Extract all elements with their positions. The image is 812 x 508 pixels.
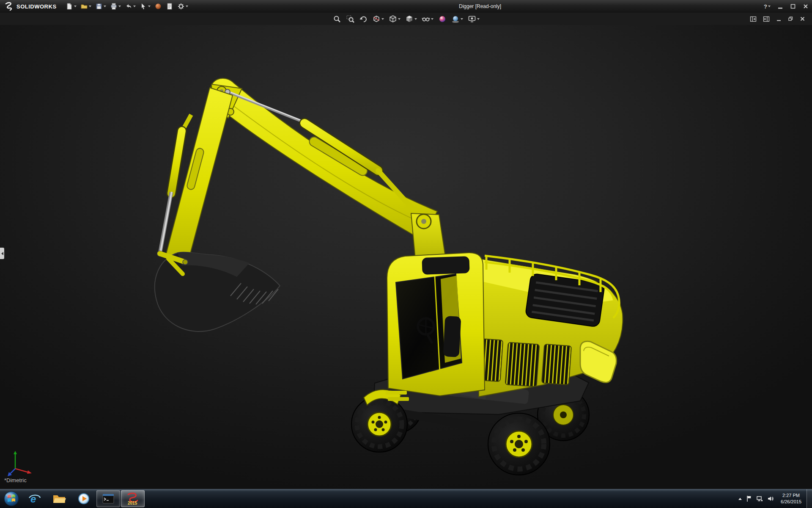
edit-appearance-viewport-button[interactable] bbox=[437, 14, 447, 24]
app-name: SOLIDWORKS bbox=[16, 3, 57, 10]
cab[interactable] bbox=[387, 253, 485, 396]
expand-task-pane-button[interactable] bbox=[762, 14, 771, 24]
options-gear-icon bbox=[177, 3, 185, 10]
taskbar-internet-explorer[interactable]: e bbox=[23, 490, 47, 507]
model-excavator[interactable] bbox=[0, 25, 812, 489]
expand-feature-pane-button[interactable] bbox=[749, 14, 757, 24]
clock-time: 2:27 PM bbox=[782, 493, 800, 498]
taskbar-media-player[interactable] bbox=[72, 490, 96, 507]
apply-scene-button[interactable] bbox=[450, 14, 464, 24]
display-style-icon bbox=[405, 15, 414, 23]
open-icon bbox=[80, 3, 88, 10]
solidworks-taskbar-icon: 2015 bbox=[126, 491, 140, 506]
taskbar-windows-explorer[interactable] bbox=[47, 490, 71, 507]
doc-close-button[interactable] bbox=[799, 14, 806, 24]
boom-arm[interactable] bbox=[210, 78, 437, 240]
undo-button[interactable] bbox=[123, 1, 137, 11]
zoom-to-fit-button[interactable] bbox=[332, 14, 342, 24]
media-player-icon bbox=[77, 492, 90, 505]
zoom-to-fit-icon bbox=[333, 15, 341, 23]
edit-appearance-button[interactable] bbox=[153, 1, 163, 11]
quick-access-toolbar bbox=[64, 1, 189, 11]
window-controls: ? bbox=[764, 0, 809, 13]
taskbar-clock[interactable]: 2:27 PM6/26/2015 bbox=[778, 492, 804, 505]
svg-text:2015: 2015 bbox=[128, 501, 137, 505]
document-title: Digger [Read-only] bbox=[459, 0, 501, 13]
view-settings-icon bbox=[468, 15, 476, 23]
new-document-icon bbox=[66, 3, 73, 10]
maximize-icon bbox=[790, 3, 796, 9]
save-button[interactable] bbox=[94, 1, 107, 11]
heads-up-toolbar bbox=[0, 13, 812, 25]
edit-appearance-icon bbox=[154, 3, 162, 10]
action-center-flag-icon bbox=[746, 495, 752, 502]
show-desktop-button[interactable] bbox=[807, 489, 812, 508]
select-button[interactable] bbox=[138, 1, 152, 11]
app-logo: SOLIDWORKS bbox=[4, 2, 57, 11]
doc-close-icon bbox=[800, 16, 805, 22]
tray-network[interactable] bbox=[756, 495, 763, 502]
internet-explorer-icon: e bbox=[28, 492, 41, 505]
zoom-to-area-icon bbox=[346, 15, 354, 23]
expand-feature-pane-icon bbox=[750, 16, 757, 22]
minimize-button[interactable] bbox=[777, 3, 783, 9]
hidden-icons-arrow-icon bbox=[738, 498, 742, 500]
file-properties-icon bbox=[166, 3, 173, 10]
doc-minimize-button[interactable] bbox=[775, 14, 782, 24]
view-orientation-icon bbox=[389, 15, 397, 23]
new-document-button[interactable] bbox=[64, 1, 78, 11]
graphics-viewport[interactable]: *Dimetric bbox=[0, 25, 812, 489]
wheel-front-left[interactable] bbox=[351, 396, 407, 452]
taskbar: e bbox=[0, 489, 812, 508]
select-cursor-icon bbox=[140, 3, 147, 10]
taskbar-solidworks[interactable]: 2015 bbox=[121, 490, 145, 507]
previous-view-button[interactable] bbox=[358, 14, 368, 24]
engine-housing[interactable] bbox=[469, 256, 623, 397]
doc-restore-icon bbox=[788, 16, 793, 22]
tray-volume[interactable] bbox=[767, 495, 774, 502]
start-button[interactable] bbox=[0, 489, 23, 508]
save-icon bbox=[95, 3, 103, 10]
hide-show-items-icon bbox=[422, 15, 430, 23]
options-button[interactable] bbox=[176, 1, 189, 11]
network-icon bbox=[756, 495, 763, 502]
minimize-icon bbox=[777, 3, 783, 9]
close-button[interactable] bbox=[803, 3, 809, 9]
zoom-to-area-button[interactable] bbox=[345, 14, 355, 24]
open-button[interactable] bbox=[79, 1, 93, 11]
cab-roof-panel[interactable] bbox=[422, 256, 469, 275]
close-icon bbox=[803, 3, 809, 9]
expand-task-pane-icon bbox=[763, 16, 770, 22]
edit-appearance-ball-icon bbox=[438, 15, 447, 23]
hide-show-items-button[interactable] bbox=[421, 14, 434, 24]
doc-minimize-icon bbox=[776, 16, 782, 22]
solidworks-window: SOLIDWORKS bbox=[0, 0, 812, 508]
help-button[interactable]: ? bbox=[764, 3, 771, 10]
print-icon bbox=[110, 3, 118, 10]
maximize-button[interactable] bbox=[790, 3, 796, 9]
solidworks-logo-icon bbox=[4, 2, 14, 11]
previous-view-icon bbox=[359, 15, 368, 23]
taskbar-command-prompt[interactable] bbox=[96, 490, 120, 507]
tray-action-center[interactable] bbox=[746, 495, 752, 502]
view-orientation-button[interactable] bbox=[388, 14, 401, 24]
taskbar-apps: e bbox=[23, 489, 145, 508]
volume-icon bbox=[767, 495, 774, 502]
folder-icon bbox=[52, 493, 66, 504]
title-bar: SOLIDWORKS bbox=[0, 0, 812, 13]
command-prompt-icon bbox=[102, 492, 115, 505]
clock-date: 6/26/2015 bbox=[781, 499, 801, 504]
feature-panel-collapse-tab[interactable] bbox=[0, 248, 4, 259]
section-view-icon bbox=[372, 15, 381, 23]
windows-start-orb-icon bbox=[3, 490, 20, 507]
tray-hidden-icons-button[interactable] bbox=[738, 498, 742, 500]
print-button[interactable] bbox=[109, 1, 122, 11]
doc-restore-button[interactable] bbox=[787, 14, 794, 24]
view-settings-button[interactable] bbox=[467, 14, 480, 24]
reference-triad bbox=[5, 448, 36, 479]
file-properties-button[interactable] bbox=[165, 1, 175, 11]
section-view-button[interactable] bbox=[371, 14, 385, 24]
display-style-button[interactable] bbox=[404, 14, 418, 24]
wheel-front-right[interactable] bbox=[488, 413, 550, 475]
operator-seat[interactable] bbox=[443, 316, 461, 357]
